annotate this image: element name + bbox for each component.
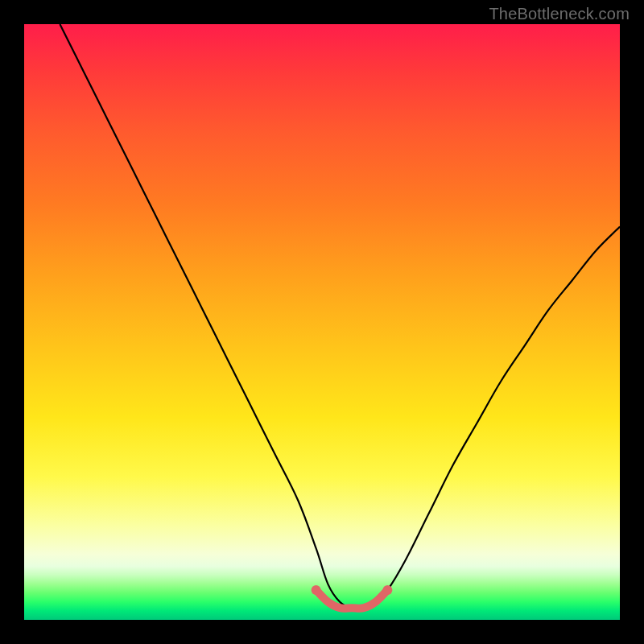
watermark-text: TheBottleneck.com	[489, 5, 630, 23]
optimal-zone-dot-left	[312, 585, 321, 595]
bottleneck-curve	[60, 24, 620, 609]
plot-area	[24, 24, 620, 620]
chart-frame: TheBottleneck.com	[0, 0, 644, 644]
optimal-zone-dot-right	[382, 585, 392, 595]
curve-layer	[24, 24, 620, 620]
optimal-zone-marker	[316, 590, 388, 609]
